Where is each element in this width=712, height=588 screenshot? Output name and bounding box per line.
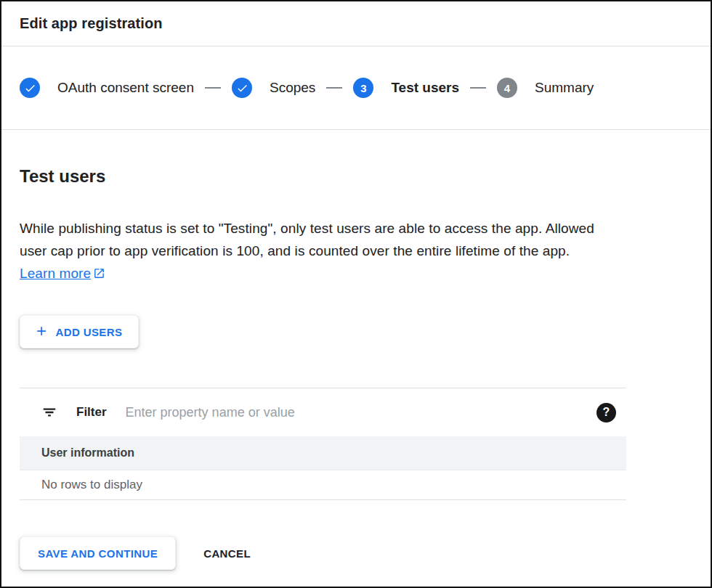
step-label: Summary [535,80,594,96]
step-summary[interactable]: 4 Summary [497,78,594,98]
step-label: Test users [391,80,459,96]
footer-actions: SAVE AND CONTINUE CANCEL [20,536,692,570]
description-text: While publishing status is set to "Testi… [20,217,624,285]
filter-input[interactable] [126,405,596,420]
step-label: OAuth consent screen [57,80,194,96]
filter-bar[interactable]: Filter ? [20,388,626,436]
step-number-badge: 4 [497,78,517,98]
external-link-icon [93,267,105,279]
cancel-button[interactable]: CANCEL [203,547,251,560]
table-header-row: User information [20,436,626,470]
learn-more-link[interactable]: Learn more [20,266,105,281]
content-area: Test users While publishing status is se… [1,166,711,570]
step-connector [326,87,342,89]
dialog-header: Edit app registration [1,1,711,46]
section-heading: Test users [20,166,692,187]
step-oauth-consent-screen[interactable]: OAuth consent screen [20,78,194,98]
page-title: Edit app registration [20,15,163,32]
step-number-badge: 3 [353,78,373,98]
table-empty-row: No rows to display [20,470,626,500]
learn-more-label: Learn more [20,266,91,281]
step-complete-check-icon [20,78,40,98]
wizard-stepper: OAuth consent screen Scopes 3 Test users… [1,46,711,130]
add-users-button[interactable]: + ADD USERS [20,315,139,348]
step-label: Scopes [270,80,315,96]
description-body: While publishing status is set to "Testi… [20,221,594,258]
save-and-continue-button[interactable]: SAVE AND CONTINUE [20,536,176,570]
step-connector [470,87,486,89]
step-complete-check-icon [232,78,252,98]
plus-icon: + [36,322,46,340]
empty-message: No rows to display [41,478,142,492]
column-header-user-information: User information [41,446,134,460]
step-scopes[interactable]: Scopes [232,78,315,98]
help-icon[interactable]: ? [596,403,616,422]
step-connector [205,87,221,89]
filter-label: Filter [76,405,107,420]
test-users-table: Filter ? User information No rows to dis… [20,388,626,500]
step-test-users[interactable]: 3 Test users [353,78,459,98]
edit-app-registration-dialog: Edit app registration OAuth consent scre… [0,0,712,588]
filter-icon [41,404,57,420]
add-users-label: ADD USERS [55,326,122,338]
